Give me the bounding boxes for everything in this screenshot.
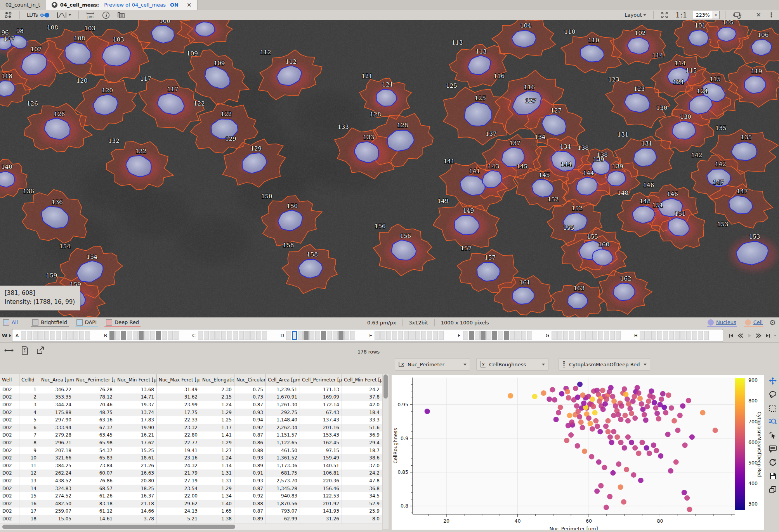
table-row[interactable]: D0214324.8368.5718.2523.541.290.871,345.… xyxy=(0,485,382,492)
well-A05[interactable] xyxy=(44,331,49,340)
scalebar-um-button[interactable]: µm xyxy=(84,10,97,20)
save-button[interactable] xyxy=(769,472,777,480)
image-viewer-canvas[interactable]: 9698107107108108103103100881091091121121… xyxy=(0,20,779,317)
layout-dropdown[interactable]: Layout xyxy=(623,11,648,19)
well-B11[interactable] xyxy=(168,331,173,340)
well-C07[interactable] xyxy=(233,331,238,340)
refresh-button[interactable] xyxy=(769,458,777,467)
well-H07[interactable] xyxy=(675,331,680,340)
prev-well-button[interactable] xyxy=(737,333,744,338)
well-H02[interactable] xyxy=(645,331,651,340)
well-G03[interactable] xyxy=(563,331,568,340)
annotation-button[interactable] xyxy=(769,445,777,453)
expand-caret-icon[interactable] xyxy=(9,334,11,337)
well-E12[interactable] xyxy=(439,331,444,340)
tab-04-cell-meas[interactable]: 04_cell_meas: Preview of 04_cell_meas ON… xyxy=(46,0,198,10)
overlay-radio-nucleus[interactable]: Nucleus xyxy=(707,319,737,327)
chevron-down-icon[interactable]: ▾ xyxy=(713,11,719,19)
well-C05[interactable] xyxy=(221,331,226,340)
well-C01[interactable] xyxy=(198,331,203,340)
well-A12[interactable] xyxy=(85,331,90,340)
well-G02[interactable] xyxy=(557,331,562,340)
well-A04[interactable] xyxy=(38,331,43,340)
well-H09[interactable] xyxy=(686,331,691,340)
well-A10[interactable] xyxy=(73,331,78,340)
well-C02[interactable] xyxy=(204,331,209,340)
table-row[interactable]: D0216482.5083.1821.1829.621.400.881,870.… xyxy=(0,500,382,508)
y-axis-dropdown[interactable]: y CellRoughness xyxy=(476,358,548,371)
export-button[interactable] xyxy=(36,346,45,356)
well-G09[interactable] xyxy=(598,331,603,340)
tab-02-count-in-t[interactable]: 02_count_in_t xyxy=(0,0,46,10)
table-row[interactable]: D027279.2863.4516.2122.801.410.871,151.5… xyxy=(0,431,382,439)
well-F11[interactable] xyxy=(521,331,526,340)
well-H01[interactable] xyxy=(640,331,645,340)
preview-link[interactable]: Preview of 04_cell_meas xyxy=(104,2,166,8)
table-row[interactable]: D0215274.5261.2616.3722.001.340.92940.83… xyxy=(0,492,382,500)
well-B06[interactable] xyxy=(139,331,144,340)
table-row[interactable]: D024175.8848.7513.7417.751.290.93292.756… xyxy=(0,409,382,416)
zoom-to-data-button[interactable] xyxy=(769,418,777,426)
well-D05[interactable] xyxy=(309,331,314,340)
well-E08[interactable] xyxy=(415,331,420,340)
well-D04[interactable] xyxy=(304,331,309,340)
well-G01[interactable] xyxy=(552,331,557,340)
copy-button[interactable] xyxy=(769,485,777,494)
well-E09[interactable] xyxy=(421,331,426,340)
well-A07[interactable] xyxy=(56,331,61,340)
one-to-one-button[interactable]: 1:1 xyxy=(674,10,689,20)
well-options-caret[interactable] xyxy=(774,335,776,336)
well-D06[interactable] xyxy=(315,331,320,340)
color-dropdown[interactable]: CytoplasmMeanOfDeep Red xyxy=(559,358,650,371)
well-B10[interactable] xyxy=(162,331,167,340)
first-well-button[interactable] xyxy=(729,333,734,338)
cluster-icon[interactable] xyxy=(3,11,14,19)
well-F10[interactable] xyxy=(515,331,520,340)
table-row[interactable]: D021346.2276.2813.6831.492.300.751,239.5… xyxy=(0,386,382,393)
well-B03[interactable] xyxy=(121,331,126,340)
well-F09[interactable] xyxy=(510,331,515,340)
gear-icon[interactable]: ⚙ xyxy=(769,318,776,327)
well-C08[interactable] xyxy=(239,331,244,340)
column-header[interactable]: Nuc_Min-Feret [µm] xyxy=(115,374,157,386)
zoom-level-select[interactable]: 223% ▾ xyxy=(693,11,720,19)
well-F12[interactable] xyxy=(527,331,532,340)
well-H06[interactable] xyxy=(669,331,674,340)
well-A11[interactable] xyxy=(79,331,84,340)
well-E01[interactable] xyxy=(375,331,380,340)
table-row[interactable]: D0212262.2460.0716.6321.791.310.91681.75… xyxy=(0,470,382,477)
well-F08[interactable] xyxy=(504,331,509,340)
scatter-plot[interactable]: 204060800.80.850.90.95Nuc_Perimeter [µm]… xyxy=(392,375,764,530)
well-G11[interactable] xyxy=(610,331,615,340)
channel-checkbox-deep-red[interactable]: Deep Red xyxy=(104,319,141,327)
column-header[interactable]: Nuc_Perimeter [µm] xyxy=(74,374,115,386)
channel-checkbox-dapi[interactable]: DAPI xyxy=(75,319,98,327)
fit-columns-button[interactable] xyxy=(4,347,14,355)
well-A03[interactable] xyxy=(33,331,38,340)
well-D08[interactable] xyxy=(327,331,332,340)
well-C04[interactable] xyxy=(215,331,220,340)
well-F04[interactable] xyxy=(481,331,486,340)
well-C06[interactable] xyxy=(227,331,232,340)
info-button[interactable]: i xyxy=(101,10,111,20)
well-B01[interactable] xyxy=(109,331,115,340)
well-E04[interactable] xyxy=(392,331,397,340)
column-header[interactable]: Cell_Area [µm²] xyxy=(266,374,300,386)
well-E10[interactable] xyxy=(427,331,432,340)
well-C03[interactable] xyxy=(210,331,215,340)
well-A08[interactable] xyxy=(62,331,67,340)
well-E02[interactable] xyxy=(380,331,385,340)
table-row[interactable]: D026333.9467.3719.9023.321.170.922,262.3… xyxy=(0,424,382,431)
table-vertical-scrollbar[interactable] xyxy=(383,374,389,529)
well-B09[interactable] xyxy=(156,331,161,340)
well-B07[interactable] xyxy=(144,331,149,340)
table-row[interactable]: D0217259.0761.1214.6624.131.650.87793.07… xyxy=(0,508,382,515)
well-F01[interactable] xyxy=(463,331,468,340)
well-G08[interactable] xyxy=(592,331,597,340)
well-D10[interactable] xyxy=(338,331,344,340)
well-F07[interactable] xyxy=(498,331,503,340)
well-D03[interactable] xyxy=(298,331,303,340)
well-B02[interactable] xyxy=(115,331,120,340)
scrollbar-thumb[interactable] xyxy=(2,525,235,529)
well-D07[interactable] xyxy=(321,331,326,340)
